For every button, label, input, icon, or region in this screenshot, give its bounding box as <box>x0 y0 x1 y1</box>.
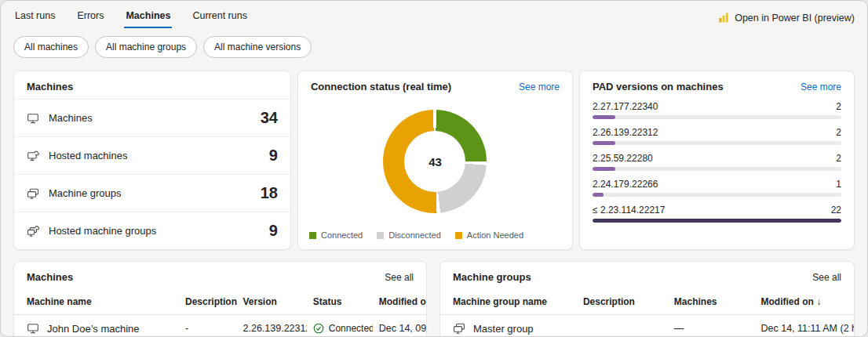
tab-errors[interactable]: Errors <box>75 7 105 28</box>
open-in-power-bi-link[interactable]: Open in Power BI (preview) <box>718 12 855 28</box>
machine-group-icon <box>453 322 465 335</box>
machines-see-all-link[interactable]: See all <box>385 272 414 283</box>
version-count: 2 <box>836 153 841 164</box>
stat-value: 18 <box>261 184 278 202</box>
machines-table-header: Machines See all <box>14 262 426 289</box>
stat-label: Machines <box>49 112 93 124</box>
version-bar-track <box>593 115 841 119</box>
machine-groups-table-header: Machine groups See all <box>440 262 854 289</box>
machine-group-icon <box>27 187 39 200</box>
column-description[interactable]: Description <box>179 289 237 315</box>
version-bar-track <box>593 141 841 145</box>
column-machine-name[interactable]: Machine name <box>14 289 179 315</box>
filter-all-machine-versions[interactable]: All machine versions <box>203 36 312 58</box>
connection-see-more-link[interactable]: See more <box>519 82 560 92</box>
pad-see-more-link[interactable]: See more <box>801 82 841 92</box>
stat-label: Hosted machine groups <box>49 225 156 237</box>
machines-dashboard-page: Last runs Errors Machines Current runs O… <box>0 0 868 337</box>
group-name: Master group <box>473 323 534 335</box>
filter-all-machines[interactable]: All machines <box>13 36 89 58</box>
legend-swatch <box>309 232 316 239</box>
machine-name: John Doe’s machine <box>47 323 140 335</box>
version-count: 2 <box>836 101 841 112</box>
status-badge: Connected <box>313 323 367 334</box>
tab-current-runs[interactable]: Current runs <box>191 7 248 28</box>
version-row: 2.24.179.22266 1 <box>593 176 841 202</box>
stat-value: 9 <box>269 147 278 165</box>
column-version[interactable]: Version <box>237 289 307 315</box>
version-row: 2.26.139.22312 2 <box>593 125 841 150</box>
version-label: 2.26.139.22312 <box>593 127 658 138</box>
stat-row-machine-groups[interactable]: Machine groups 18 <box>14 174 290 212</box>
table-row[interactable]: Master group — Dec 14, 11:11 AM (2 h ago… <box>440 315 854 337</box>
machines-table-header-row: Machine name Description Version Status … <box>14 289 426 315</box>
groups-table-header-row: Machine group name Description Machines … <box>440 289 854 315</box>
machine-description: - <box>179 315 237 337</box>
version-list: 2.27.177.22340 2 2.26.139.22312 2 2.25.5… <box>580 99 854 236</box>
column-modified-on[interactable]: Modified on ↓ <box>373 289 426 315</box>
pad-versions-card-title: PAD versions on machines <box>593 81 724 92</box>
desktop-icon <box>27 112 39 125</box>
version-count: 22 <box>831 205 841 216</box>
connection-donut-total: 43 <box>383 110 487 213</box>
version-label: 2.27.177.22340 <box>593 101 658 112</box>
stat-row-hosted-machines[interactable]: Hosted machines 9 <box>14 136 290 174</box>
version-label: 2.24.179.22266 <box>593 179 658 190</box>
machines-table-card: Machines See all Machine name Descriptio… <box>13 261 427 337</box>
tab-last-runs[interactable]: Last runs <box>13 7 57 28</box>
column-machine-group-name[interactable]: Machine group name <box>440 289 577 315</box>
machines-stats-card-title: Machines <box>27 81 73 92</box>
version-bar-fill <box>593 219 841 223</box>
version-count: 2 <box>836 127 841 138</box>
desktop-icon <box>27 322 39 335</box>
connection-status-card-title: Connection status (real time) <box>311 81 451 92</box>
stat-label: Machine groups <box>49 187 122 199</box>
version-row: ≤ 2.23.114.22217 22 <box>593 202 841 228</box>
groups-see-all-link[interactable]: See all <box>812 272 841 283</box>
connection-donut-wrap: 43 <box>298 99 572 224</box>
column-modified-on[interactable]: Modified on ↓ <box>755 289 855 315</box>
machines-table-title: Machines <box>27 271 73 283</box>
connection-legend: Connected Disconnected Action Needed <box>298 224 572 249</box>
legend-label: Action Needed <box>467 230 523 240</box>
machine-groups-table: Machine group name Description Machines … <box>440 289 854 337</box>
table-row[interactable]: John Doe’s machine - 2.26.139.22312 Conn… <box>14 315 426 337</box>
column-status[interactable]: Status <box>307 289 373 315</box>
legend-swatch <box>455 232 462 239</box>
stat-row-machines[interactable]: Machines 34 <box>14 99 290 136</box>
connection-status-card-header: Connection status (real time) See more <box>298 71 572 99</box>
summary-cards-row: Machines Machines 34 Hosted m <box>13 71 855 250</box>
machines-table: Machine name Description Version Status … <box>14 289 426 337</box>
hosted-machine-icon <box>27 150 39 162</box>
machine-name-link[interactable]: John Doe’s machine <box>27 322 173 335</box>
version-row: 2.27.177.22340 2 <box>593 99 841 125</box>
version-bar-track <box>593 193 841 197</box>
version-bar-fill <box>593 167 615 171</box>
machine-version: 2.26.139.22312 <box>237 315 307 337</box>
legend-label: Disconnected <box>388 230 441 240</box>
machines-stats-card-header: Machines <box>14 71 290 99</box>
version-bar-track <box>593 167 841 171</box>
connected-check-icon <box>313 323 324 334</box>
connection-status-card: Connection status (real time) See more 4… <box>297 71 573 250</box>
group-name-link[interactable]: Master group <box>453 322 571 335</box>
filter-all-machine-groups[interactable]: All machine groups <box>95 36 197 58</box>
column-machines[interactable]: Machines <box>668 289 755 315</box>
tab-machines[interactable]: Machines <box>124 7 172 28</box>
hosted-machine-group-icon <box>27 225 39 237</box>
power-bi-icon <box>718 12 730 24</box>
legend-item-disconnected: Disconnected <box>377 230 441 240</box>
version-bar-fill <box>593 193 604 197</box>
connection-donut: 43 <box>383 110 487 213</box>
version-bar-fill <box>593 115 615 119</box>
group-machines-count: — <box>668 315 755 337</box>
version-bar-track <box>593 219 841 223</box>
stat-row-hosted-machine-groups[interactable]: Hosted machine groups 9 <box>14 212 290 249</box>
version-count: 1 <box>836 179 841 190</box>
legend-label: Connected <box>321 230 363 240</box>
version-label: 2.25.59.22280 <box>593 153 653 164</box>
column-description[interactable]: Description <box>577 289 668 315</box>
status-label: Connected <box>329 323 373 334</box>
machine-groups-table-title: Machine groups <box>453 271 531 283</box>
stat-label: Hosted machines <box>49 150 127 161</box>
